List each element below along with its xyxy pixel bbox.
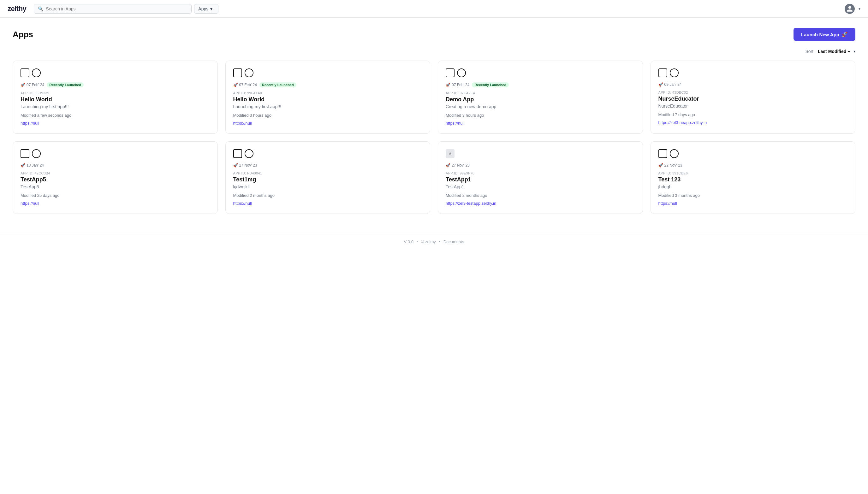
app-icon-square	[233, 149, 242, 158]
app-name: NurseEducator	[659, 96, 848, 102]
recently-launched-badge: Recently Launched	[47, 82, 84, 88]
app-card: 🚀 27 Nov' 23 APP ID: FD40041 Test1mg kjd…	[225, 141, 430, 214]
footer: V 3.0 • © zelthy • Documents	[0, 234, 868, 249]
app-url-link[interactable]: https://null	[233, 121, 252, 126]
card-icons	[659, 69, 848, 77]
launch-new-app-button[interactable]: Launch New App 🚀	[794, 28, 855, 41]
chevron-down-icon: ▾	[210, 6, 213, 11]
app-card: 🚀 22 Nov' 23 APP ID: 391CBE6 Test 123 jh…	[650, 141, 856, 214]
search-icon: 🔍	[38, 6, 43, 11]
cards-grid: 🚀 07 Feb' 24 Recently Launched APP ID: 8…	[13, 61, 855, 214]
app-name: Test1mg	[233, 176, 423, 183]
user-avatar[interactable]	[845, 4, 855, 14]
card-icons	[233, 149, 423, 158]
user-chevron-icon: ▾	[858, 7, 861, 11]
page-header: Apps Launch New App 🚀	[13, 28, 855, 41]
card-icons	[20, 69, 210, 77]
app-id: APP ID: 391CBE6	[659, 171, 848, 175]
page-title: Apps	[13, 30, 33, 39]
footer-docs-link[interactable]: Documents	[443, 240, 464, 244]
rocket-icon: 🚀	[20, 83, 25, 87]
card-date: 🚀 27 Nov' 23	[233, 163, 257, 168]
app-id: APP ID: 42CC3B4	[20, 171, 210, 175]
app-card: # 🚀 27 Nov' 23 APP ID: 99E9F78 TestApp1 …	[438, 141, 643, 214]
launch-button-label: Launch New App	[801, 32, 839, 37]
card-meta: 🚀 22 Nov' 23	[659, 163, 848, 168]
card-date: 🚀 13 Jan' 24	[20, 163, 44, 168]
app-id: APP ID: 99E9F78	[446, 171, 635, 175]
card-icons	[446, 69, 635, 77]
app-url-link[interactable]: https://null	[20, 121, 39, 126]
app-modified: Modified a few seconds ago	[20, 113, 210, 118]
card-meta: 🚀 27 Nov' 23	[233, 163, 423, 168]
card-date: 🚀 27 Nov' 23	[446, 163, 470, 168]
app-url-link[interactable]: https://null	[659, 201, 677, 206]
app-name: TestApp1	[446, 176, 635, 183]
app-description: Creating a new demo app	[446, 104, 635, 109]
app-description: TestApp1	[446, 184, 635, 189]
app-icon-circle	[32, 149, 41, 158]
app-icon-image: #	[446, 149, 455, 158]
app-url-link[interactable]: https://zel3-neapp.zelthy.in	[659, 120, 707, 125]
app-icon-square	[446, 69, 455, 77]
rocket-icon: 🚀	[233, 83, 238, 87]
app-modified: Modified 2 months ago	[233, 193, 423, 198]
app-url-link[interactable]: https://null	[233, 201, 252, 206]
rocket-icon: 🚀	[659, 163, 663, 168]
app-modified: Modified 25 days ago	[20, 193, 210, 198]
app-name: Hello World	[233, 96, 423, 103]
app-name: TestApp5	[20, 176, 210, 183]
app-icon-circle	[32, 69, 41, 77]
sort-select[interactable]: Last Modified Name Date Created	[816, 49, 852, 54]
card-meta: 🚀 13 Jan' 24	[20, 163, 210, 168]
rocket-icon: 🚀	[446, 83, 450, 87]
app-card: 🚀 09 Jan' 24 APP ID: 43DBC02 NurseEducat…	[650, 61, 856, 134]
card-meta: 🚀 27 Nov' 23	[446, 163, 635, 168]
card-date: 🚀 22 Nov' 23	[659, 163, 682, 168]
app-icon-circle	[670, 69, 679, 77]
app-icon-square	[20, 149, 29, 158]
recently-launched-badge: Recently Launched	[472, 82, 509, 88]
app-modified: Modified 2 months ago	[446, 193, 635, 198]
app-icon-circle	[670, 149, 679, 158]
app-icon-square	[659, 69, 667, 77]
app-modified: Modified 3 hours ago	[446, 113, 635, 118]
footer-version: V 3.0	[404, 240, 413, 244]
app-icon-circle	[245, 149, 254, 158]
search-input[interactable]	[46, 6, 187, 11]
header-right: ▾	[845, 4, 861, 14]
app-name: Demo App	[446, 96, 635, 103]
app-card: 🚀 13 Jan' 24 APP ID: 42CC3B4 TestApp5 Te…	[13, 141, 218, 214]
card-icons	[659, 149, 848, 158]
card-date: 🚀 07 Feb' 24	[446, 83, 469, 87]
scope-label: Apps	[198, 6, 208, 11]
card-icons	[233, 69, 423, 77]
main-content: Apps Launch New App 🚀 Sort: Last Modifie…	[0, 18, 868, 224]
app-modified: Modified 7 days ago	[659, 112, 848, 117]
card-icons	[20, 149, 210, 158]
app-icon-circle	[245, 69, 254, 77]
app-icon-circle	[457, 69, 466, 77]
app-id: APP ID: 99FA1A0	[233, 91, 423, 95]
footer-copyright: © zelthy	[421, 240, 436, 244]
app-icon-square	[20, 69, 29, 77]
rocket-icon: 🚀	[20, 163, 25, 168]
app-name: Test 123	[659, 176, 848, 183]
app-description: Launching my first app!!!	[233, 104, 423, 109]
card-meta: 🚀 07 Feb' 24 Recently Launched	[233, 82, 423, 88]
app-url-link[interactable]: https://zel3-testapp.zelthy.in	[446, 201, 496, 206]
sort-chevron-icon: ▾	[853, 49, 855, 54]
card-date: 🚀 09 Jan' 24	[659, 82, 682, 87]
app-url-link[interactable]: https://null	[20, 201, 39, 206]
rocket-icon: 🚀	[659, 82, 663, 87]
sort-label: Sort:	[805, 49, 815, 54]
rocket-icon: 🚀	[233, 163, 238, 168]
rocket-icon: 🚀	[446, 163, 450, 168]
app-description: Launching my first app!!!	[20, 104, 210, 109]
scope-selector[interactable]: Apps ▾	[194, 4, 218, 14]
app-url-link[interactable]: https://null	[446, 121, 464, 126]
card-date: 🚀 07 Feb' 24	[20, 83, 44, 87]
logo: zelthy	[7, 5, 26, 13]
rocket-icon: 🚀	[842, 32, 848, 37]
recently-launched-badge: Recently Launched	[259, 82, 296, 88]
